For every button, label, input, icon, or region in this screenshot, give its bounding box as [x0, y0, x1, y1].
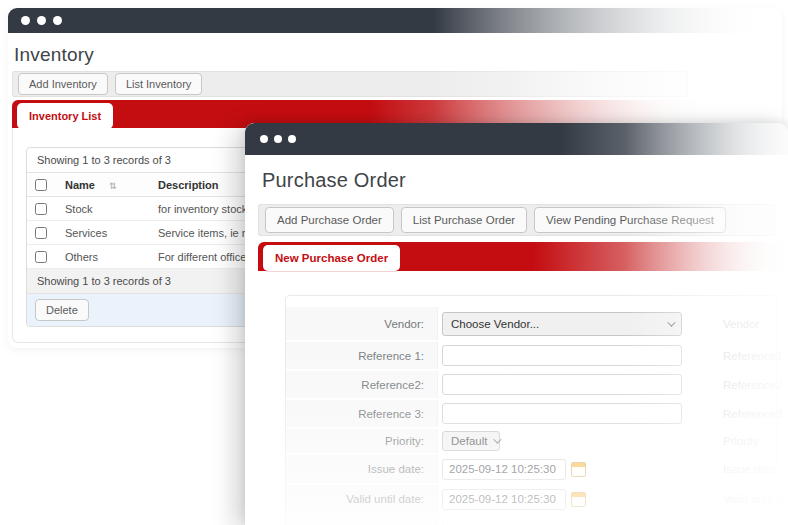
cell-name: Stock — [57, 197, 150, 221]
row-checkbox[interactable] — [35, 251, 47, 263]
priority-side-label: Priority — [723, 435, 759, 447]
form-row-reference-3: Reference 3: Reference3 — [286, 399, 776, 428]
form-row-reference-1: Reference 1: Reference1 — [286, 341, 776, 370]
list-inventory-button[interactable]: List Inventory — [115, 73, 202, 95]
reference-3-field — [438, 403, 682, 424]
window-controls — [260, 135, 296, 143]
issue-date-field — [438, 459, 586, 480]
reference-1-side-label: Reference1 — [723, 350, 782, 362]
name-header-label: Name — [65, 179, 95, 191]
issue-date-side-label: Issue date — [723, 463, 776, 475]
form-row-priority: Priority: Default Priority — [286, 428, 776, 454]
chevron-down-icon — [667, 318, 675, 326]
issue-date-input[interactable] — [442, 459, 566, 480]
form-row-reference-2: Reference2: Reference2 — [286, 370, 776, 399]
valid-until-date-side-label: Valid until date — [723, 493, 788, 505]
sort-icon: ⇅ — [109, 181, 117, 191]
chevron-down-icon — [494, 435, 502, 443]
purchase-order-toolbar: Add Purchase Order List Purchase Order V… — [258, 204, 775, 236]
reference-2-field — [438, 374, 682, 395]
calendar-icon[interactable] — [571, 492, 586, 507]
add-inventory-button[interactable]: Add Inventory — [18, 73, 108, 95]
inventory-toolbar: Add Inventory List Inventory — [12, 71, 688, 97]
form-row-valid-until-date: Valid until date: Valid until date — [286, 484, 776, 514]
list-purchase-order-button[interactable]: List Purchase Order — [401, 207, 527, 233]
reference-2-label: Reference2: — [286, 371, 438, 398]
issue-date-label: Issue date: — [286, 455, 438, 483]
form-top-spacer — [286, 296, 776, 306]
valid-until-date-input[interactable] — [442, 489, 566, 510]
valid-until-date-label: Valid until date: — [286, 485, 438, 513]
add-purchase-order-button[interactable]: Add Purchase Order — [265, 207, 394, 233]
vendor-field: Choose Vendor... — [438, 312, 682, 336]
window-control-dot[interactable] — [37, 16, 46, 25]
window-control-dot[interactable] — [274, 135, 282, 143]
window-control-dot[interactable] — [260, 135, 268, 143]
page-title-purchase-order: Purchase Order — [262, 169, 406, 192]
column-header-name[interactable]: Name⇅ — [57, 173, 150, 197]
reference-1-input[interactable] — [442, 345, 682, 366]
description-header-label: Description — [158, 179, 219, 191]
new-purchase-order-form: Vendor: Choose Vendor... Vendor Referenc… — [285, 295, 777, 525]
calendar-icon[interactable] — [571, 462, 586, 477]
purchase-order-titlebar — [245, 123, 788, 155]
vendor-label: Vendor: — [286, 307, 438, 340]
window-controls — [21, 16, 62, 25]
reference-2-input[interactable] — [442, 374, 682, 395]
reference-1-field — [438, 345, 682, 366]
vendor-side-label: Vendor — [723, 318, 759, 330]
reference-1-label: Reference 1: — [286, 342, 438, 369]
purchase-order-tab-bar: New Purchase Order — [258, 242, 788, 271]
priority-field: Default — [438, 431, 500, 451]
reference-2-side-label: Reference2 — [723, 379, 782, 391]
form-row-issue-date: Issue date: Issue date — [286, 454, 776, 484]
partial-input[interactable] — [442, 514, 682, 525]
reference-3-input[interactable] — [442, 403, 682, 424]
view-pending-purchase-request-button[interactable]: View Pending Purchase Request — [534, 207, 726, 233]
window-control-dot[interactable] — [21, 16, 30, 25]
tab-new-purchase-order[interactable]: New Purchase Order — [263, 245, 400, 271]
purchase-order-window: Purchase Order Add Purchase Order List P… — [245, 123, 788, 525]
page-title-inventory: Inventory — [14, 44, 94, 66]
row-checkbox[interactable] — [35, 203, 47, 215]
partial-field — [438, 514, 682, 525]
delete-button[interactable]: Delete — [35, 299, 89, 321]
select-all-header — [27, 173, 57, 197]
vendor-select[interactable]: Choose Vendor... — [442, 312, 682, 336]
priority-select[interactable]: Default — [442, 431, 500, 451]
priority-label: Priority: — [286, 429, 438, 453]
vendor-select-value: Choose Vendor... — [451, 318, 539, 330]
cell-name: Services — [57, 221, 150, 245]
reference-3-side-label: Reference3 — [723, 408, 782, 420]
reference-3-label: Reference 3: — [286, 400, 438, 427]
cell-name: Others — [57, 245, 150, 269]
valid-until-date-field — [438, 489, 586, 510]
window-control-dot[interactable] — [288, 135, 296, 143]
select-all-checkbox[interactable] — [35, 179, 47, 191]
tab-inventory-list[interactable]: Inventory List — [17, 103, 113, 129]
form-row-vendor: Vendor: Choose Vendor... Vendor — [286, 306, 776, 341]
priority-select-value: Default — [451, 435, 487, 447]
row-checkbox[interactable] — [35, 227, 47, 239]
window-control-dot[interactable] — [53, 16, 62, 25]
form-row-partial — [286, 514, 776, 525]
inventory-titlebar — [8, 8, 782, 33]
partial-label — [286, 515, 438, 525]
